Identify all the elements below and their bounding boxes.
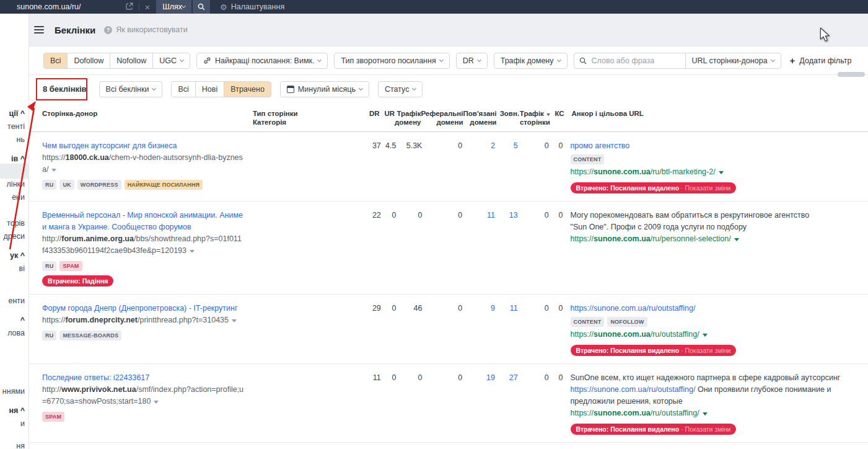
sidebar-item[interactable]: ня [16,442,25,449]
source-tags: RUUKWORDPRESSНАЙКРАЩЕ ПОСИЛАННЯ [42,180,243,190]
status-tab-нові[interactable]: Нові [195,81,224,97]
follow-tab-dofollow[interactable]: Dofollow [67,53,110,69]
col-header-ref-domains[interactable]: Реферальнідомени [421,109,463,127]
source-title-link[interactable]: Форум города Днепр (Днепропетровска) - I… [42,303,243,314]
dr-filter-button[interactable]: DR [456,53,488,69]
col-header-ur[interactable]: UR [380,109,395,118]
expand-caret-icon[interactable] [734,238,739,241]
col-header-kc[interactable]: КС [550,109,564,118]
show-changes-link[interactable]: · Показати зміни [679,184,730,192]
dr-value: 22 [359,210,381,221]
sidebar-item[interactable]: ві [19,264,25,273]
target-url-link[interactable]: https://sunone.com.ua/ru/personnel-selec… [571,233,868,245]
best-links-filter-button[interactable]: Найкращі посилання: Вимк. [196,53,328,69]
expand-caret-icon[interactable] [190,250,195,253]
source-title-link[interactable]: Временный персонал - Мир японской анимац… [42,210,243,233]
sidebar-item[interactable]: и [20,419,25,428]
source-url-link[interactable]: https://forum.dneprcity.net/printthread.… [42,314,243,326]
anchor-text: Могу порекомендовать вам обратиться в ре… [571,210,868,233]
col-header-type[interactable]: Тип сторінкиКатегорія [253,109,358,127]
menu-icon[interactable] [34,26,44,33]
expand-caret-icon[interactable] [232,319,237,322]
table-row: аутстаффинговая компания - Форум города … [29,442,868,449]
follow-tab-ugc[interactable]: UGC [152,53,190,69]
col-header-source[interactable]: Сторінка-донор [42,109,253,118]
show-changes-link[interactable]: · Показати зміни [679,425,730,433]
anchor-link[interactable]: https://sunone.com.ua/ru/outstaffing/ [571,304,696,313]
ext-value[interactable]: 27 [495,372,518,384]
col-header-dr[interactable]: DR [358,109,380,118]
scrollbar-thumb[interactable] [838,72,865,77]
sidebar-item[interactable]: енти [8,296,25,305]
sidebar-item[interactable]: ції ^ [9,109,25,118]
expand-caret-icon[interactable] [719,171,724,174]
sidebar-item[interactable]: дреси [4,232,25,241]
settings-button[interactable]: ⚙ Налаштування [220,2,284,11]
col-header-page-traffic[interactable]: Трафіксторінки [519,109,550,127]
group-by-button[interactable]: Всі беклінки [99,81,163,97]
ur-value: 4.5 [381,140,397,152]
sidebar-item[interactable]: ня ^ [9,406,25,415]
sidebar-item[interactable]: тенті [7,122,25,131]
linked_domains-value[interactable]: 9 [462,303,495,314]
source-url-link[interactable]: http://forum.anime.org.ua/bbs/showthread… [42,233,243,257]
sidebar-item[interactable]: ів ^ [11,154,25,163]
close-icon[interactable]: × [145,2,151,12]
add-filter-button[interactable]: +Додати фільтр [790,56,852,65]
ext-value[interactable]: 11 [495,303,518,314]
how-to-use-link[interactable]: Як використовувати [116,25,187,34]
sidebar-item[interactable]: ени [12,193,25,202]
status-tab-всі[interactable]: Всі [171,81,195,97]
search-icon [579,57,587,64]
period-button[interactable]: Минулий місяць [280,81,369,97]
browser-topbar: sunone.com.ua/ru/ × Шлях ⚙ Налаштування [0,0,868,14]
expand-caret-icon[interactable] [703,412,708,416]
results-toolbar: 8 беклінків Всі беклінки ВсіНовіВтрачено… [29,75,868,103]
source-url-link[interactable]: https://18000.ck.ua/chem-v-hoden-autsors… [42,152,243,176]
expand-caret-icon[interactable] [51,169,56,172]
col-header-anchor[interactable]: Анкор і цільова URL [564,109,868,118]
expand-caret-icon[interactable] [703,334,708,337]
sidebar-item[interactable]: ^ [20,316,25,324]
show-changes-link[interactable]: · Показати зміни [679,347,730,354]
sidebar-active-item[interactable] [0,164,29,179]
follow-tab-всі[interactable]: Всі [43,53,68,69]
ext-value[interactable]: 13 [495,210,518,221]
search-button[interactable] [193,0,210,14]
source-url-link[interactable]: http://www.privivok.net.ua/smf/index.php… [42,384,243,407]
status-filter-button[interactable]: Статус [378,81,423,97]
target-url-link[interactable]: https://sunone.com.ua/ru/outstaffing/ [571,407,868,419]
col-header-domain-traffic[interactable]: Трафікдомену [395,109,421,127]
source-title-link[interactable]: Последние ответы: i22433617 [42,372,243,384]
help-icon[interactable]: ? [104,26,112,34]
status-tab-втрачено[interactable]: Втрачено [224,81,271,97]
sidebar-item[interactable]: нь [17,135,25,144]
path-mode-button[interactable]: Шлях [156,0,191,14]
linked_domains-value[interactable]: 11 [462,210,495,221]
expand-caret-icon[interactable] [154,401,159,404]
donor-url-scope-button[interactable]: URL сторінки-донора [685,53,781,69]
tag-badge: RU [42,261,56,271]
linked_domains-value[interactable]: 2 [462,140,495,152]
sidebar-item[interactable]: ннями [2,387,25,396]
backlink-type-filter-button[interactable]: Тип зворотного посилання [334,53,449,69]
divider [139,3,139,11]
col-header-external[interactable]: Зовн. [496,109,519,118]
linked_domains-value[interactable]: 19 [462,372,495,384]
target-url-link[interactable]: https://sunone.com.ua/ru/btl-marketing-2… [571,166,868,178]
follow-tab-nofollow[interactable]: Nofollow [110,53,153,69]
anchor-link[interactable]: промо агентство [571,141,630,150]
domain-traffic-filter-button[interactable]: Трафік домену [494,53,568,69]
keyword-search-input[interactable] [590,56,677,66]
target-url[interactable]: sunone.com.ua/ru/ [17,2,81,11]
ext-value[interactable]: 5 [495,140,518,152]
sidebar-item[interactable]: ук ^ [10,251,25,260]
anchor-link[interactable]: https://sunone.com.ua/ru/outstaffing/ [571,385,696,394]
sidebar-item[interactable]: лова [7,329,25,337]
source-title-link[interactable]: Чем выгоден аутсорсинг для бизнеса [42,140,243,152]
sidebar-item[interactable]: лінки [7,180,25,189]
external-link-icon[interactable] [126,2,133,11]
sidebar-item[interactable]: торів [7,219,25,228]
target-url-link[interactable]: https://sunone.com.ua/ru/outstaffing/ [571,329,868,340]
col-header-linked-domains[interactable]: Пов'язанідомени [463,109,497,127]
